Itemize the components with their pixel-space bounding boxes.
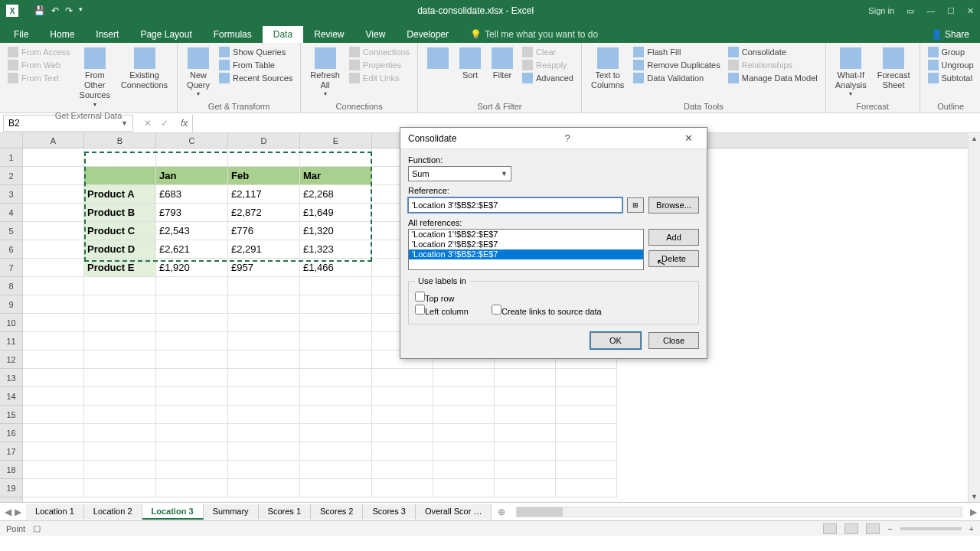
manage-model-button[interactable]: Manage Data Model <box>725 72 821 84</box>
remove-duplicates-button[interactable]: Remove Duplicates <box>630 59 723 71</box>
subtotal-button[interactable]: Subtotal <box>925 72 977 84</box>
sheet-tab[interactable]: Overall Scor … <box>416 504 492 520</box>
cell[interactable] <box>495 461 556 479</box>
cell[interactable] <box>156 461 228 479</box>
zoom-slider[interactable] <box>900 527 962 530</box>
cell[interactable]: £2,543 <box>156 222 228 240</box>
tab-developer[interactable]: Developer <box>396 26 459 43</box>
clear-button[interactable]: Clear <box>519 46 577 58</box>
left-column-checkbox[interactable]: Left column <box>415 305 469 316</box>
forecast-sheet-button[interactable]: Forecast Sheet <box>873 46 915 92</box>
dialog-help-icon[interactable]: ? <box>559 132 577 144</box>
cell[interactable] <box>84 442 156 461</box>
cell[interactable] <box>228 424 300 442</box>
cell[interactable] <box>23 222 84 240</box>
cell[interactable] <box>495 479 556 497</box>
cell[interactable] <box>84 277 156 295</box>
page-layout-view-button[interactable] <box>844 523 858 534</box>
vertical-scrollbar[interactable] <box>968 133 980 502</box>
cell[interactable] <box>23 259 84 277</box>
cell[interactable] <box>23 406 84 424</box>
cell[interactable] <box>433 387 495 406</box>
row-header[interactable]: 5 <box>0 222 22 240</box>
cell[interactable] <box>156 350 228 369</box>
sheet-tab[interactable]: Location 1 <box>26 504 84 520</box>
cell[interactable] <box>84 461 156 479</box>
row-header[interactable]: 8 <box>0 277 22 295</box>
cell[interactable] <box>84 387 156 406</box>
sheet-tab[interactable]: Scores 2 <box>311 504 363 520</box>
cell[interactable] <box>84 332 156 350</box>
cell[interactable]: Product D <box>84 240 156 259</box>
cell[interactable] <box>23 424 84 442</box>
cell[interactable]: £1,466 <box>300 259 372 277</box>
ref-list-item[interactable]: 'Location 1'!$B$2:$E$7 <box>409 230 643 240</box>
tell-me[interactable]: 💡Tell me what you want to do <box>459 26 609 43</box>
cell[interactable] <box>495 424 556 442</box>
ungroup-button[interactable]: Ungroup <box>925 59 977 71</box>
zoom-out-icon[interactable]: − <box>887 524 892 533</box>
cell[interactable]: £793 <box>156 204 228 222</box>
cell[interactable] <box>156 277 228 295</box>
row-header[interactable]: 14 <box>0 387 22 406</box>
cell[interactable]: £776 <box>228 222 300 240</box>
from-other-sources-button[interactable]: From Other Sources▾ <box>75 46 115 109</box>
cell[interactable]: £1,320 <box>300 222 372 240</box>
normal-view-button[interactable] <box>823 523 837 534</box>
cell[interactable] <box>300 148 372 167</box>
filter-button[interactable]: Filter <box>487 46 518 82</box>
new-query-button[interactable]: New Query▾ <box>182 46 214 99</box>
cell[interactable] <box>228 406 300 424</box>
cell[interactable] <box>228 461 300 479</box>
cell[interactable]: Mar <box>300 167 372 185</box>
cell[interactable]: £2,621 <box>156 240 228 259</box>
cell[interactable]: £2,268 <box>300 185 372 204</box>
sort-button[interactable]: Sort <box>455 46 485 82</box>
ok-button[interactable]: OK <box>590 332 641 349</box>
cell[interactable] <box>372 442 433 461</box>
cell[interactable] <box>156 314 228 332</box>
redo-icon[interactable]: ↷ <box>65 5 73 16</box>
row-header[interactable]: 2 <box>0 167 22 185</box>
row-header[interactable]: 15 <box>0 406 22 424</box>
cell[interactable]: Product A <box>84 185 156 204</box>
row-header[interactable]: 9 <box>0 295 22 314</box>
tab-formulas[interactable]: Formulas <box>203 26 263 43</box>
consolidate-button[interactable]: Consolidate <box>725 46 821 58</box>
row-header[interactable]: 10 <box>0 314 22 332</box>
row-header[interactable]: 3 <box>0 185 22 204</box>
cell[interactable]: £957 <box>228 259 300 277</box>
cell[interactable] <box>495 369 556 387</box>
signin-button[interactable]: Sign in <box>868 6 894 15</box>
sort-az-button[interactable] <box>423 46 453 72</box>
top-row-checkbox[interactable]: Top row <box>415 292 469 303</box>
cell[interactable]: £2,291 <box>228 240 300 259</box>
cell[interactable] <box>372 424 433 442</box>
cell[interactable] <box>556 387 617 406</box>
cell[interactable] <box>156 148 228 167</box>
zoom-in-icon[interactable]: + <box>969 524 974 533</box>
cell[interactable] <box>23 240 84 259</box>
cell[interactable] <box>372 369 433 387</box>
from-table-button[interactable]: From Table <box>216 59 296 71</box>
cell[interactable] <box>300 295 372 314</box>
row-header[interactable]: 19 <box>0 479 22 497</box>
tab-home[interactable]: Home <box>39 26 85 43</box>
ref-list-item[interactable]: 'Location 3'!$B$2:$E$7 <box>409 249 643 259</box>
cell[interactable] <box>228 350 300 369</box>
cell[interactable] <box>228 314 300 332</box>
cell[interactable]: Product E <box>84 259 156 277</box>
range-picker-icon[interactable]: ⊞ <box>627 197 644 213</box>
sheet-tab[interactable]: Scores 1 <box>259 504 311 520</box>
properties-button[interactable]: Properties <box>346 59 413 71</box>
cell[interactable] <box>372 461 433 479</box>
ref-list-item[interactable]: 'Location 2'!$B$2:$E$7 <box>409 240 643 249</box>
cell[interactable] <box>556 479 617 497</box>
cell[interactable] <box>156 424 228 442</box>
data-validation-button[interactable]: Data Validation <box>630 72 723 84</box>
cell[interactable] <box>23 314 84 332</box>
cell[interactable] <box>300 424 372 442</box>
sheet-tab[interactable]: Summary <box>204 504 259 520</box>
cell[interactable] <box>300 314 372 332</box>
cell[interactable]: Product B <box>84 204 156 222</box>
